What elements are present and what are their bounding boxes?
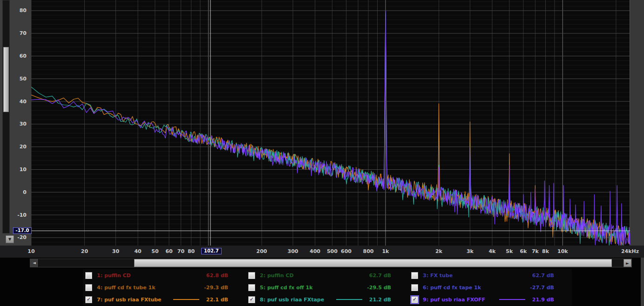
x-tick-label: 50 bbox=[151, 248, 158, 254]
y-tick-label: 20 bbox=[20, 144, 27, 150]
check-icon: ✓ bbox=[87, 296, 91, 302]
plot-canvas[interactable] bbox=[31, 0, 630, 246]
y-tick-label: 40 bbox=[20, 99, 27, 105]
x-tick-label: 24kHz bbox=[621, 248, 639, 254]
legend-checkbox[interactable] bbox=[411, 284, 418, 291]
frequency-cursor-readout: 102.7 bbox=[201, 248, 222, 254]
legend-item[interactable]: 4: puff cd fx tube 1k-29.3 dB bbox=[83, 281, 246, 293]
x-tick-label: 400 bbox=[310, 248, 320, 254]
legend-item[interactable]: 2: puffin CD62.7 dB bbox=[246, 269, 409, 281]
legend-checkbox[interactable]: ✓ bbox=[411, 296, 418, 303]
legend: 1: puffin CD62.8 dB2: puffin CD62.7 dB3:… bbox=[83, 269, 572, 306]
legend-item[interactable]: 6: puff cd fx tape 1k-27.7 dB bbox=[409, 281, 572, 293]
y-tick-label: 0 bbox=[23, 189, 27, 195]
legend-item[interactable]: ✓9: puf usb riaa FXOFF21.9 dB bbox=[409, 293, 572, 306]
vertical-scrollbar-thumb[interactable] bbox=[3, 47, 9, 112]
legend-line-swatch bbox=[166, 299, 206, 300]
level-cursor-readout: -17.0 bbox=[13, 227, 32, 234]
x-tick-label: 70 bbox=[177, 248, 184, 254]
legend-label: 7: puf usb riaa FXtube bbox=[97, 297, 166, 303]
scroll-down-icon: ▼ bbox=[8, 237, 11, 241]
legend-rms-value: 62.7 dB bbox=[532, 273, 554, 279]
x-tick-label: 8k bbox=[542, 248, 549, 254]
legend-rms-value: -29.5 dB bbox=[367, 285, 391, 291]
scroll-down-button[interactable]: ▼ bbox=[6, 235, 14, 243]
x-tick-label: 30 bbox=[112, 248, 119, 254]
y-tick-label: 60 bbox=[20, 53, 27, 59]
right-panel bbox=[630, 0, 644, 246]
x-tick-label: 200 bbox=[256, 248, 267, 254]
x-tick-label: 80 bbox=[188, 248, 195, 254]
y-tick-label: -20 bbox=[17, 234, 27, 240]
horizontal-scrollbar-thumb[interactable] bbox=[134, 259, 612, 267]
check-icon: ✓ bbox=[413, 296, 417, 302]
legend-rms-value: -27.7 dB bbox=[530, 285, 554, 291]
y-tick-label: 50 bbox=[20, 76, 27, 82]
legend-label: 5: puff cd fx off 1k bbox=[260, 285, 328, 291]
legend-rms-value: 21.9 dB bbox=[532, 297, 554, 303]
legend-item[interactable]: 3: FX tube62.7 dB bbox=[409, 269, 572, 281]
legend-item[interactable]: 1: puffin CD62.8 dB bbox=[83, 269, 246, 281]
y-tick-label: -10 bbox=[17, 212, 27, 218]
x-tick-label: 7k bbox=[532, 248, 539, 254]
x-tick-label: 3k bbox=[467, 248, 474, 254]
legend-label: 4: puff cd fx tube 1k bbox=[97, 285, 165, 291]
legend-item[interactable]: ✓8: puf usb riaa FXtape21.2 dB bbox=[246, 293, 409, 306]
legend-line-swatch bbox=[329, 299, 369, 300]
scroll-left-button[interactable]: ◄ bbox=[30, 259, 39, 267]
legend-item[interactable]: ✓7: puf usb riaa FXtube22.1 dB bbox=[83, 293, 246, 306]
y-tick-label: 10 bbox=[20, 166, 27, 173]
y-tick-label: 80 bbox=[20, 7, 27, 13]
x-tick-label: 10 bbox=[27, 248, 34, 254]
legend-checkbox[interactable] bbox=[248, 272, 255, 279]
y-axis-panel: ▼ 80706050403020100-10-20 bbox=[0, 0, 31, 246]
legend-checkbox[interactable] bbox=[248, 284, 255, 291]
y-tick-label: 30 bbox=[20, 121, 27, 127]
x-tick-label: 4k bbox=[488, 248, 495, 254]
x-axis-labels: 10203040506070802003004005006008001k2k3k… bbox=[0, 246, 644, 258]
legend-label: 9: puf usb riaa FXOFF bbox=[423, 297, 492, 303]
x-tick-label: 10k bbox=[557, 248, 568, 254]
x-tick-label: 500 bbox=[327, 248, 338, 254]
legend-checkbox[interactable] bbox=[85, 284, 92, 291]
legend-checkbox[interactable]: ✓ bbox=[248, 296, 255, 303]
legend-label: 3: FX tube bbox=[423, 273, 492, 279]
scroll-left-icon: ◄ bbox=[33, 260, 36, 265]
legend-rms-value: 62.8 dB bbox=[206, 273, 228, 279]
scroll-right-icon: ► bbox=[626, 261, 629, 266]
y-tick-label: 70 bbox=[20, 30, 27, 36]
horizontal-scrollbar[interactable]: ◄ ► bbox=[30, 259, 632, 267]
spectrum-analyzer-window: ▼ 80706050403020100-10-20 10203040506070… bbox=[0, 0, 644, 306]
x-tick-label: 40 bbox=[134, 248, 141, 254]
x-tick-label: 600 bbox=[341, 248, 352, 254]
legend-label: 1: puffin CD bbox=[97, 273, 166, 279]
legend-checkbox[interactable]: ✓ bbox=[85, 296, 92, 303]
legend-checkbox[interactable] bbox=[411, 272, 418, 279]
legend-label: 6: puff cd fx tape 1k bbox=[423, 285, 491, 291]
legend-label: 8: puf usb riaa FXtape bbox=[260, 297, 329, 303]
x-tick-label: 800 bbox=[363, 248, 374, 254]
legend-rms-value: 22.1 dB bbox=[206, 297, 228, 303]
legend-item[interactable]: 5: puff cd fx off 1k-29.5 dB bbox=[246, 281, 409, 293]
x-tick-label: 6k bbox=[520, 248, 527, 254]
legend-line-swatch bbox=[492, 299, 532, 300]
scroll-right-button[interactable]: ► bbox=[624, 259, 631, 267]
legend-label: 2: puffin CD bbox=[260, 273, 329, 279]
x-tick-label: 5k bbox=[506, 248, 513, 254]
legend-rms-value: 62.7 dB bbox=[369, 273, 391, 279]
legend-rms-value: 21.2 dB bbox=[369, 297, 391, 303]
x-tick-label: 300 bbox=[287, 248, 298, 254]
x-tick-label: 60 bbox=[165, 248, 172, 254]
x-tick-label: 2k bbox=[435, 248, 442, 254]
vertical-scrollbar[interactable] bbox=[2, 0, 10, 233]
legend-checkbox[interactable] bbox=[85, 272, 92, 279]
legend-rms-value: -29.3 dB bbox=[204, 285, 228, 291]
x-tick-label: 1k bbox=[382, 248, 389, 254]
check-icon: ✓ bbox=[250, 296, 254, 302]
x-tick-label: 20 bbox=[81, 248, 88, 254]
